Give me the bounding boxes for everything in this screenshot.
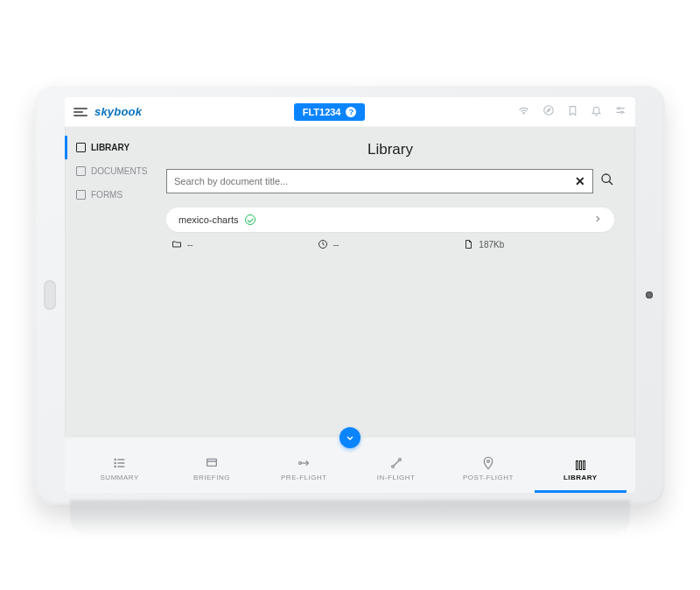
svg-line-20 [394,460,399,466]
content-area: Library ✕ mexico-charts [161,127,635,437]
topbar: skybook FLT1234 ? [65,97,635,127]
app-screen: skybook FLT1234 ? [65,97,635,493]
library-section-icon [76,143,86,152]
svg-point-5 [621,111,623,113]
topbar-actions [517,103,626,120]
tablet-home-button[interactable] [44,280,56,310]
postflight-icon [481,456,495,470]
briefing-icon [205,456,219,470]
sidebar-item-label: DOCUMENTS [91,166,147,176]
chevron-right-icon [593,214,602,225]
document-result-row[interactable]: mexico-charts [166,207,614,232]
tab-in-flight[interactable]: IN-FLIGHT [350,451,442,493]
svg-point-1 [544,105,554,115]
sidebar-item-forms[interactable]: FORMS [65,183,161,207]
sidebar-item-label: FORMS [91,190,122,200]
bookmark-icon[interactable] [567,104,578,120]
tablet-frame: skybook FLT1234 ? [35,85,665,505]
tab-summary[interactable]: SUMMARY [74,451,165,493]
tab-pre-flight[interactable]: PRE-FLIGHT [258,451,350,493]
page-title: Library [166,141,614,158]
documents-section-icon [76,166,86,176]
svg-point-21 [487,460,490,463]
sidebar-item-documents[interactable]: DOCUMENTS [65,159,161,183]
tab-library[interactable]: LIBRARY [535,455,626,493]
flight-code: FLT1234 [303,107,341,117]
forms-section-icon [76,190,86,200]
svg-point-13 [115,462,116,463]
svg-line-7 [609,181,612,185]
app-logo: skybook [94,105,142,118]
preflight-icon [297,456,311,470]
svg-point-0 [523,113,524,114]
flight-badge[interactable]: FLT1234 ? [294,103,366,121]
search-row: ✕ [166,169,614,193]
svg-rect-15 [207,459,217,466]
verified-check-icon [245,214,256,225]
svg-point-19 [398,459,401,461]
svg-point-16 [299,462,302,465]
expand-nav-button[interactable] [340,427,360,448]
bell-icon[interactable] [591,104,602,120]
meta-time: -- [318,239,464,249]
search-icon[interactable] [600,172,614,190]
library-icon [576,460,585,470]
search-input[interactable] [174,176,575,186]
meta-size: 187Kb [463,239,609,249]
document-title: mexico-charts [178,214,238,225]
svg-point-18 [391,466,394,468]
file-icon [463,239,473,249]
meta-folder: -- [172,239,318,249]
folder-icon [172,239,182,249]
search-box[interactable]: ✕ [166,169,593,193]
main-area: LIBRARY DOCUMENTS FORMS Library ✕ [65,127,635,437]
svg-point-14 [115,466,116,467]
tablet-camera [646,291,653,299]
sidebar: LIBRARY DOCUMENTS FORMS [65,127,161,437]
device-reflection [70,500,630,535]
document-meta-row: -- -- 187Kb [166,239,614,249]
inflight-icon [389,456,403,470]
sidebar-item-library[interactable]: LIBRARY [65,136,161,159]
clear-search-icon[interactable]: ✕ [575,174,585,188]
tab-post-flight[interactable]: POST-FLIGHT [442,451,534,493]
settings-slider-icon[interactable] [614,104,626,120]
bottom-nav: SUMMARY BRIEFING PRE-FLIGHT IN-FLIGHT PO… [65,437,635,493]
list-icon [113,456,127,470]
svg-point-6 [602,174,610,182]
tab-briefing[interactable]: BRIEFING [165,451,257,493]
clock-icon [318,239,328,249]
sidebar-item-label: LIBRARY [91,143,130,152]
help-icon[interactable]: ? [346,107,356,117]
wifi-icon[interactable] [517,103,530,120]
svg-point-12 [115,459,116,460]
hamburger-menu-icon[interactable] [74,108,88,116]
svg-point-4 [618,107,620,109]
compass-icon[interactable] [542,104,555,120]
